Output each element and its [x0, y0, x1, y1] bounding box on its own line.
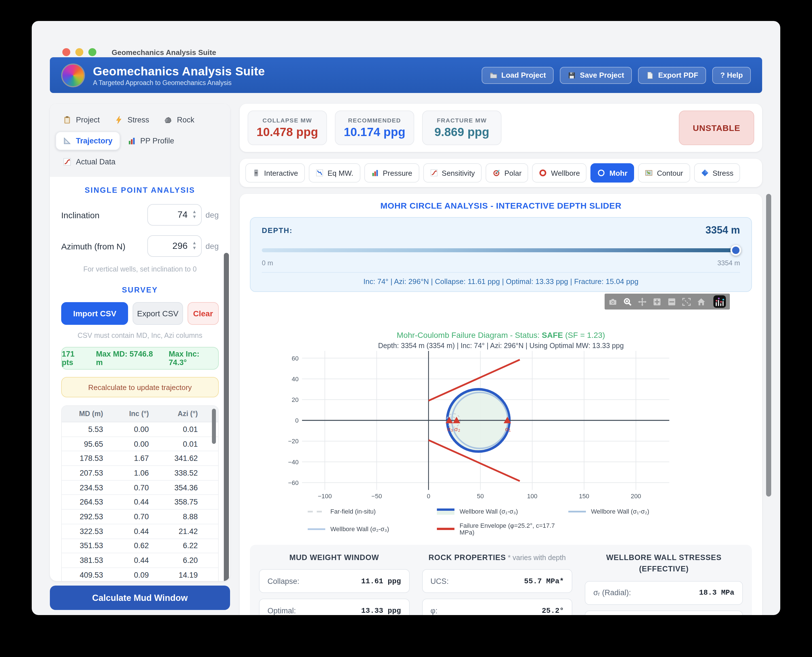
autoscale-icon[interactable] — [682, 297, 691, 306]
calculate-mud-window-button[interactable]: Calculate Mud Window — [50, 585, 230, 610]
table-cell: 0.44 — [121, 556, 168, 565]
result-value: 13.33 ppg — [361, 607, 401, 615]
view-tab-pressure[interactable]: Pressure — [364, 163, 419, 182]
depth-slider-track[interactable] — [262, 248, 740, 252]
view-tab-interactive[interactable]: Interactive — [245, 163, 305, 182]
plotly-logo-icon[interactable] — [713, 295, 726, 308]
view-tab-label: Wellbore — [551, 169, 580, 177]
view-tab-eq-mw[interactable]: Eq MW. — [309, 163, 360, 182]
single-point-heading: SINGLE POINT ANALYSIS — [61, 186, 219, 195]
camera-icon[interactable] — [609, 297, 617, 306]
table-row[interactable]: 234.530.70354.36 — [62, 481, 218, 495]
table-row[interactable]: 264.530.44358.75 — [62, 495, 218, 510]
table-row[interactable]: 207.531.06338.52 — [62, 466, 218, 480]
table-row[interactable]: 178.531.67341.62 — [62, 451, 218, 466]
sidebar-tab-project[interactable]: Project — [56, 111, 107, 129]
mohr-plot[interactable]: σ₃σ₂σ₁−100−50050100150200−60−40−20020406… — [283, 351, 762, 504]
table-cell: 409.53 — [62, 571, 121, 579]
view-tab-contour[interactable]: Contour — [638, 163, 690, 182]
clipboard-icon — [63, 116, 71, 124]
sidebar-tab-pp-profile[interactable]: PP Profile — [120, 131, 182, 150]
table-row[interactable]: 5.530.000.01 — [62, 422, 218, 437]
sidebar-tab-rock[interactable]: Rock — [157, 111, 202, 129]
header-actions: Load ProjectSave ProjectExport PDF? Help — [481, 67, 751, 84]
table-row[interactable]: 351.530.626.22 — [62, 539, 218, 553]
help-button[interactable]: ? Help — [713, 67, 751, 84]
table-cell: 358.75 — [168, 498, 218, 506]
stepper-arrows-icon[interactable]: ▲▼ — [192, 240, 197, 251]
table-cell: 292.53 — [62, 512, 121, 521]
survey-table[interactable]: MD (m)Inc (°)Azi (°) 5.530.000.0195.650.… — [61, 405, 219, 581]
depth-label: DEPTH: — [262, 226, 293, 235]
zoom-in-icon[interactable] — [653, 297, 661, 306]
macos-titlebar: Geomechanics Analysis Suite — [32, 21, 780, 57]
view-tab-sensitivity[interactable]: Sensitivity — [423, 163, 482, 182]
depth-max-label: 3354 m — [717, 259, 740, 267]
save-project-button[interactable]: Save Project — [560, 67, 632, 84]
minimize-window-button[interactable] — [75, 48, 83, 56]
table-row[interactable]: 381.530.446.20 — [62, 553, 218, 568]
legend-label: Far-field (in-situ) — [330, 508, 376, 515]
results-panel-0: MUD WEIGHT WINDOWCollapse:11.61 ppgOptim… — [259, 552, 409, 615]
legend-item[interactable]: Failure Envelope (φ=25.2°, c=17.7 MPa) — [437, 522, 568, 536]
header-button-label: ? Help — [720, 71, 743, 79]
legend-item[interactable]: Wellbore Wall (σ₁-σ₃) — [437, 508, 568, 515]
stepper-arrows-icon[interactable]: ▲▼ — [192, 209, 197, 220]
column-header: Azi (°) — [168, 410, 218, 418]
export-pdf-button[interactable]: Export PDF — [638, 67, 706, 84]
view-tab-mohr[interactable]: Mohr — [591, 163, 634, 182]
plot-legend: Far-field (in-situ)Wellbore Wall (σ₁-σ₃)… — [308, 508, 762, 536]
table-cell: 207.53 — [62, 469, 121, 477]
legend-item[interactable]: Far-field (in-situ) — [308, 508, 437, 515]
sidebar-tab-stress[interactable]: Stress — [107, 111, 157, 129]
results-panel-1: ROCK PROPERTIES * varies with depthUCS:5… — [422, 552, 572, 615]
svg-text:60: 60 — [292, 355, 299, 362]
depth-slider-thumb[interactable] — [730, 245, 741, 256]
reset-home-icon[interactable] — [697, 297, 705, 306]
sidebar-scrollbar[interactable] — [224, 253, 229, 581]
sidebar-tab-trajectory[interactable]: Trajectory — [56, 131, 120, 150]
depth-slider-panel: DEPTH: 3354 m 0 m 3354 m Inc: — [250, 217, 752, 292]
legend-item[interactable]: Wellbore Wall (σ₂-σ₃) — [308, 526, 437, 532]
window-title: Geomechanics Analysis Suite — [112, 48, 216, 57]
table-cell: 0.44 — [121, 527, 168, 536]
view-tab-label: Mohr — [609, 169, 627, 177]
table-scrollbar[interactable] — [212, 409, 216, 444]
pan-icon[interactable] — [638, 297, 647, 306]
load-project-button[interactable]: Load Project — [481, 67, 554, 84]
table-row[interactable]: 292.530.708.88 — [62, 510, 218, 524]
table-cell: 264.53 — [62, 498, 121, 506]
main-scrollbar[interactable] — [766, 194, 771, 497]
table-cell: 341.62 — [168, 454, 218, 462]
sidebar-tab-actual-data[interactable]: Actual Data — [56, 153, 123, 171]
legend-swatch — [308, 511, 325, 512]
legend-swatch — [308, 528, 325, 530]
legend-label: Wellbore Wall (σ₁-σ₃) — [460, 508, 518, 515]
close-window-button[interactable] — [62, 48, 70, 56]
clear-button[interactable]: Clear — [187, 302, 219, 325]
table-row[interactable]: 322.530.4421.42 — [62, 525, 218, 539]
table-cell: 354.36 — [168, 483, 218, 492]
result-card: UCS:55.7 MPa* — [422, 570, 572, 593]
result-card — [585, 610, 743, 615]
zoom-window-button[interactable] — [88, 48, 96, 56]
zoom-icon[interactable] — [623, 297, 632, 306]
line-chart-icon — [63, 157, 71, 166]
table-cell: 178.53 — [62, 454, 121, 462]
sidebar-tab-label: Trajectory — [76, 137, 112, 145]
view-tab-wellbore[interactable]: Wellbore — [533, 163, 587, 182]
legend-item[interactable]: Wellbore Wall (σ₁-σ₂) — [568, 508, 762, 515]
view-tab-polar[interactable]: Polar — [486, 163, 528, 182]
table-row[interactable]: 95.650.000.01 — [62, 437, 218, 451]
import-csv-button[interactable]: Import CSV — [61, 302, 128, 325]
plot-title: Mohr-Coulomb Failure Diagram - Status: S… — [240, 330, 762, 339]
export-csv-button[interactable]: Export CSV — [133, 302, 183, 325]
table-row[interactable]: 409.530.0914.19 — [62, 568, 218, 581]
zoom-out-icon[interactable] — [668, 297, 676, 306]
table-cell: 21.42 — [168, 527, 218, 536]
view-tab-stress[interactable]: Stress — [694, 163, 740, 182]
depth-slider[interactable] — [262, 245, 740, 256]
triangle-ruler-icon — [63, 137, 71, 145]
table-cell: 1.06 — [121, 469, 168, 477]
sidebar-tab-label: Stress — [127, 116, 149, 124]
